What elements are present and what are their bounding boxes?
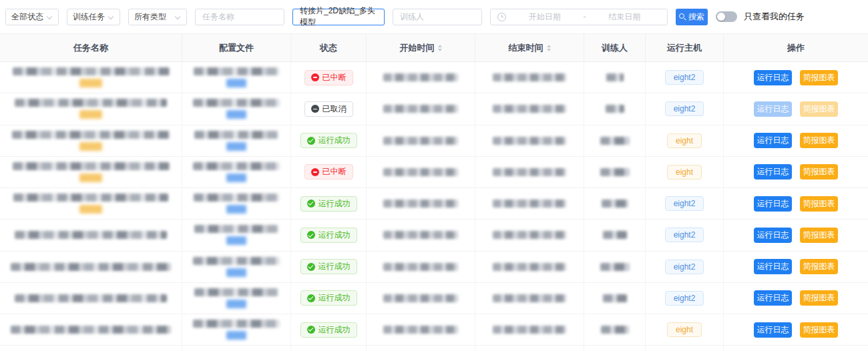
status-label: 已取消 bbox=[322, 103, 347, 115]
run-log-button[interactable]: 运行日志 bbox=[754, 290, 792, 306]
redacted-task-name bbox=[15, 294, 167, 302]
redacted-config-name bbox=[194, 288, 278, 296]
host-tag: eight2 bbox=[665, 228, 704, 242]
host-cell: eight2 bbox=[646, 283, 724, 314]
run-log-button[interactable]: 运行日志 bbox=[754, 164, 792, 180]
run-log-button[interactable]: 运行日志 bbox=[754, 259, 792, 274]
redacted-end-time bbox=[493, 200, 566, 208]
trainer-input[interactable]: 训练人 bbox=[393, 9, 482, 25]
status-filter-select[interactable]: 全部状态 bbox=[5, 9, 59, 25]
column-header-4[interactable]: 结束时间 bbox=[475, 34, 584, 61]
report-chart-button[interactable]: 简报图表 bbox=[800, 133, 838, 148]
trainer-cell bbox=[584, 220, 646, 250]
redacted-config-link[interactable] bbox=[226, 205, 246, 214]
column-header-2: 状态 bbox=[291, 34, 367, 61]
status-cell: 已取消 bbox=[291, 93, 367, 124]
all-types-filter-select[interactable]: 所有类型 bbox=[128, 9, 187, 25]
task-name-input[interactable]: 任务名称 bbox=[195, 9, 284, 25]
redacted-trainer bbox=[603, 231, 627, 239]
host-cell: eight bbox=[646, 157, 724, 188]
redacted-config-link[interactable] bbox=[226, 79, 246, 87]
report-chart-button[interactable]: 简报图表 bbox=[800, 322, 838, 338]
redacted-task-name bbox=[11, 326, 171, 334]
sort-icon[interactable] bbox=[547, 45, 551, 51]
task-name-cell bbox=[0, 188, 182, 219]
config-file-cell bbox=[182, 252, 291, 282]
redacted-end-time bbox=[493, 73, 566, 81]
status-icon bbox=[307, 137, 315, 145]
table-row: 运行成功eight2运行日志简报图表 bbox=[0, 220, 868, 251]
task-table: 任务名称配置文件状态开始时间结束时间训练人运行主机操作 已中断eight2运行日… bbox=[0, 33, 868, 351]
redacted-config-link[interactable] bbox=[226, 268, 246, 277]
redacted-config-link[interactable] bbox=[226, 331, 246, 340]
table-row: 已中断eight2运行日志简报图表 bbox=[0, 62, 868, 93]
status-cell: 已中断 bbox=[291, 157, 367, 188]
status-badge: 已中断 bbox=[304, 164, 353, 180]
redacted-config-name bbox=[194, 194, 279, 202]
redacted-trainer bbox=[603, 294, 627, 302]
host-tag: eight2 bbox=[665, 291, 704, 306]
search-button[interactable]: 搜索 bbox=[676, 9, 708, 25]
report-chart-button[interactable]: 简报图表 bbox=[800, 196, 838, 212]
report-chart-button[interactable]: 简报图表 bbox=[800, 228, 838, 243]
report-chart-button: 简报图表 bbox=[800, 101, 838, 117]
trainer-cell bbox=[584, 125, 646, 156]
status-icon bbox=[307, 326, 315, 334]
redacted-task-tag bbox=[79, 173, 102, 182]
trainer-cell bbox=[584, 314, 646, 345]
redacted-trainer bbox=[600, 137, 630, 145]
status-badge: 运行成功 bbox=[300, 228, 357, 243]
clock-icon bbox=[497, 13, 506, 21]
host-tag: eight bbox=[667, 165, 702, 180]
redacted-trainer bbox=[601, 326, 629, 334]
run-log-button[interactable]: 运行日志 bbox=[754, 322, 792, 338]
column-header-3[interactable]: 开始时间 bbox=[367, 34, 475, 61]
status-badge: 运行成功 bbox=[300, 196, 357, 212]
status-badge: 运行成功 bbox=[300, 259, 357, 274]
redacted-config-link[interactable] bbox=[226, 110, 246, 119]
date-range-picker[interactable]: 开始日期 - 结束日期 bbox=[490, 9, 668, 25]
report-chart-button[interactable]: 简报图表 bbox=[800, 164, 838, 180]
end-time-cell bbox=[475, 157, 584, 188]
host-cell: eight2 bbox=[646, 220, 724, 250]
table-row: 运行成功eight2运行日志简报图表 bbox=[0, 188, 868, 220]
host-cell: eight bbox=[646, 314, 724, 345]
trainer-cell bbox=[584, 283, 646, 314]
redacted-config-link[interactable] bbox=[226, 236, 246, 245]
model-name-value: 转接片_2D缺陷_多头模型 bbox=[300, 5, 377, 28]
report-chart-button[interactable]: 简报图表 bbox=[800, 259, 838, 274]
report-chart-button[interactable]: 简报图表 bbox=[800, 290, 838, 306]
redacted-config-link[interactable] bbox=[226, 142, 246, 151]
redacted-config-link[interactable] bbox=[226, 173, 246, 182]
table-row: 已取消eight2运行日志简报图表 bbox=[0, 93, 868, 125]
trainer-cell bbox=[584, 188, 646, 219]
run-log-button[interactable]: 运行日志 bbox=[754, 228, 792, 243]
task-type-filter-select[interactable]: 训练任务 bbox=[67, 9, 120, 25]
sort-icon[interactable] bbox=[438, 45, 442, 51]
status-label: 运行成功 bbox=[318, 292, 351, 304]
redacted-start-time bbox=[383, 326, 458, 334]
run-log-button[interactable]: 运行日志 bbox=[754, 70, 792, 85]
status-label: 已中断 bbox=[322, 166, 347, 178]
my-tasks-toggle[interactable] bbox=[716, 11, 737, 22]
report-chart-button[interactable]: 简报图表 bbox=[800, 70, 838, 85]
status-icon bbox=[307, 200, 315, 208]
redacted-config-name bbox=[194, 131, 278, 139]
end-time-cell bbox=[475, 220, 584, 250]
redacted-end-time bbox=[493, 263, 566, 271]
redacted-config-name bbox=[193, 257, 280, 265]
run-log-button[interactable]: 运行日志 bbox=[754, 133, 792, 148]
table-row: 运行成功eight运行日志简报图表 bbox=[0, 125, 868, 157]
chevron-down-icon bbox=[175, 14, 181, 20]
column-label: 开始时间 bbox=[400, 42, 435, 54]
status-icon bbox=[311, 168, 319, 176]
config-file-cell bbox=[182, 93, 291, 124]
empty-cell bbox=[584, 346, 646, 351]
task-name-cell bbox=[0, 62, 182, 93]
redacted-config-link[interactable] bbox=[226, 300, 246, 308]
status-cell: 运行成功 bbox=[291, 252, 367, 282]
host-cell: eight2 bbox=[646, 62, 724, 93]
model-name-input[interactable]: 转接片_2D缺陷_多头模型 bbox=[292, 9, 385, 25]
run-log-button[interactable]: 运行日志 bbox=[754, 196, 792, 212]
table-row: 运行成功eight2运行日志简报图表 bbox=[0, 252, 868, 283]
